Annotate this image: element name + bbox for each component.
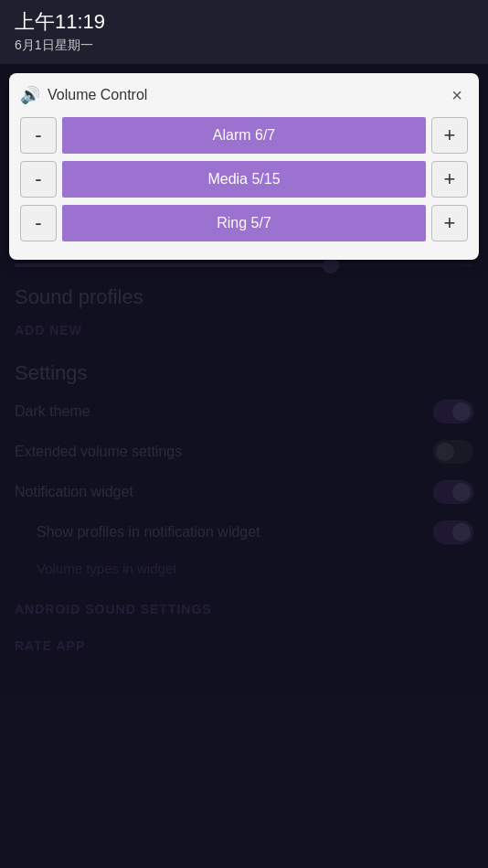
status-bar: 上午11:19 6月1日星期一 bbox=[0, 0, 488, 64]
ring-minus-button[interactable]: - bbox=[20, 205, 57, 241]
ring-plus-button[interactable]: + bbox=[431, 205, 468, 241]
speaker-icon: 🔊 bbox=[20, 85, 40, 105]
media-label: Media 5/15 bbox=[62, 161, 426, 198]
popup-title-row: 🔊 Volume Control bbox=[20, 85, 147, 105]
close-button[interactable]: × bbox=[446, 84, 468, 106]
status-date: 6月1日星期一 bbox=[15, 38, 473, 54]
alarm-plus-button[interactable]: + bbox=[431, 117, 468, 154]
alarm-row: - Alarm 6/7 + bbox=[20, 117, 468, 154]
status-time: 上午11:19 bbox=[15, 8, 473, 36]
media-row: - Media 5/15 + bbox=[20, 161, 468, 198]
media-minus-button[interactable]: - bbox=[20, 161, 57, 198]
alarm-minus-button[interactable]: - bbox=[20, 117, 57, 154]
media-plus-button[interactable]: + bbox=[431, 161, 468, 198]
popup-header: 🔊 Volume Control × bbox=[20, 84, 468, 106]
alarm-label: Alarm 6/7 bbox=[62, 117, 426, 154]
volume-popup: 🔊 Volume Control × - Alarm 6/7 + - Media… bbox=[9, 73, 479, 260]
ring-label: Ring 5/7 bbox=[62, 205, 426, 241]
popup-title: Volume Control bbox=[48, 87, 147, 103]
ring-row: - Ring 5/7 + bbox=[20, 205, 468, 241]
